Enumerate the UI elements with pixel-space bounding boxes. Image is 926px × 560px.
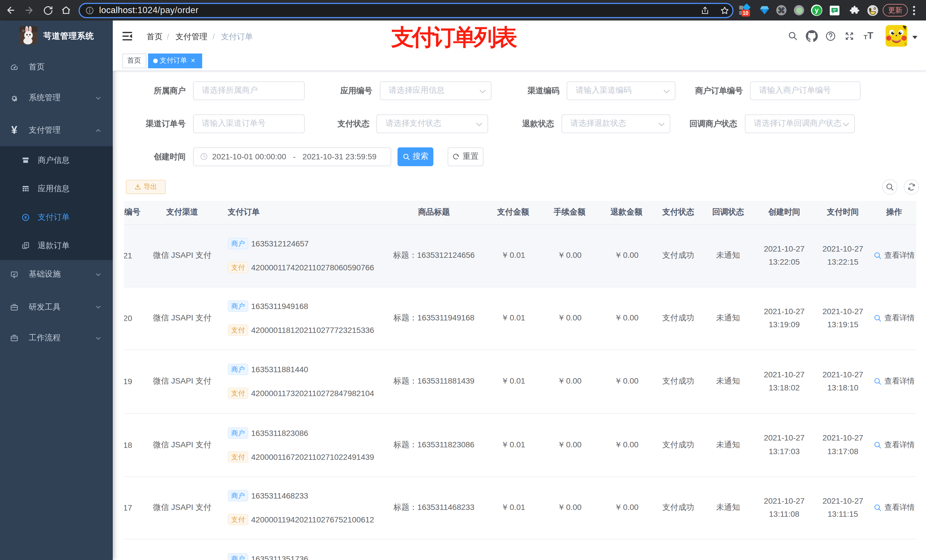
svg-text:¥: ¥ [24, 214, 27, 219]
